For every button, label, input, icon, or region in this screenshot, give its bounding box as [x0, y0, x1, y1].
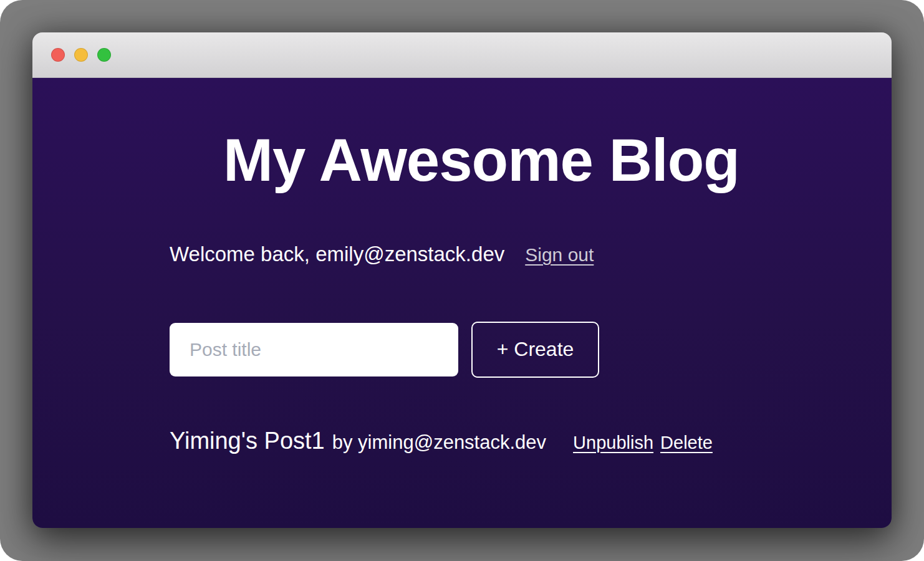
blog-page: My Awesome Blog Welcome back, emily@zens…	[32, 78, 892, 528]
minimize-button[interactable]	[74, 48, 88, 62]
post-composer: + Create	[170, 323, 793, 378]
post-byline: by yiming@zenstack.dev	[332, 431, 546, 454]
delete-link[interactable]: Delete	[660, 433, 713, 453]
post-actions: Unpublish Delete	[573, 433, 713, 453]
welcome-text: Welcome back, emily@zenstack.dev	[170, 242, 504, 266]
close-button[interactable]	[51, 48, 65, 62]
create-post-button[interactable]: + Create	[471, 322, 599, 378]
content-container: My Awesome Blog Welcome back, emily@zens…	[170, 127, 793, 454]
unpublish-link[interactable]: Unpublish	[573, 433, 653, 453]
post-title-input[interactable]	[170, 323, 458, 376]
post-title: Yiming's Post1	[170, 428, 325, 454]
zoom-button[interactable]	[97, 48, 111, 62]
desktop-background: My Awesome Blog Welcome back, emily@zens…	[0, 0, 924, 561]
signout-link[interactable]: Sign out	[525, 244, 594, 266]
post-list-item: Yiming's Post1 by yiming@zenstack.dev Un…	[170, 428, 793, 454]
app-window: My Awesome Blog Welcome back, emily@zens…	[32, 32, 892, 528]
page-title: My Awesome Blog	[170, 127, 793, 194]
welcome-row: Welcome back, emily@zenstack.dev Sign ou…	[170, 242, 793, 266]
window-titlebar[interactable]	[32, 32, 892, 78]
